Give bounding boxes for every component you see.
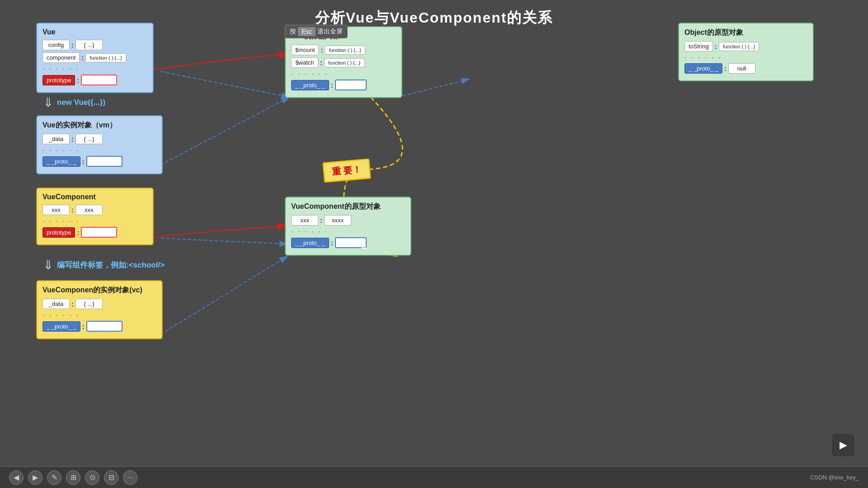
vue-component-box: VueComponent xxx : xxx · · · · · · proto… (36, 188, 154, 245)
vc-proto-obj-box: VueComponent的原型对象 xxx : xxxx · · · · · ·… (285, 197, 411, 256)
bottom-bar: ◀ ▶ ✎ ⊞ ⊙ ⊟ ··· CSDN @low_key_ (0, 466, 868, 488)
vue-instance-proto-row: _ _proto_ _ : (42, 156, 156, 167)
zoom-button[interactable]: ⊙ (85, 470, 99, 485)
vpo-proto-row: _ _proto_ _ : (291, 80, 396, 90)
vc-dots: · · · · · · (42, 217, 147, 225)
obj-proto-null: null (728, 63, 755, 74)
vc-instance-proto-value (86, 321, 123, 332)
obj-tostring-key: toString (684, 41, 713, 52)
more-button[interactable]: ··· (123, 470, 137, 485)
vc-instance-proto-row: _ _proto_ _ : (42, 321, 156, 332)
play-button-corner[interactable]: ▶ (832, 434, 854, 456)
vue-component-key: component (42, 52, 80, 63)
vcpo-proto-key: _ _proto_ _ (291, 238, 329, 248)
prev-button[interactable]: ◀ (9, 470, 24, 485)
vcpo-xxx-key: xxx (291, 215, 318, 225)
vc-instance-box: VueComponen的实例对象(vc) _data : { ...} · · … (36, 280, 163, 339)
obj-tostring-value: function ( ) {...} (719, 42, 760, 51)
vue-component-title: VueComponent (42, 193, 147, 201)
vc-prototype-value (81, 227, 117, 238)
vc-prototype-key: prototype (42, 227, 75, 238)
vpo-watch-row: $watch : function ( ) {...} (291, 57, 396, 68)
vpo-watch-key: $watch (291, 57, 318, 68)
mouse-cursor (362, 239, 367, 249)
write-component-label: ⇓ 编写组件标签，例如:<school/> (43, 258, 165, 272)
vcpo-xxx-value: xxxx (324, 215, 351, 225)
vc-instance-title: VueComponen的实例对象(vc) (42, 286, 156, 295)
vue-dots: · · · · · · (42, 65, 147, 73)
vpo-proto-key: _ _proto_ _ (291, 80, 329, 90)
vue-box: Vue config : { ...} component : function… (36, 23, 154, 93)
vue-instance-dots: · · · · · · (42, 146, 156, 155)
esc-bar: 按 Esc 退出全屏 (285, 25, 348, 38)
vue-config-value: { ...} (75, 40, 103, 50)
vpo-mount-value: function ( ) {...} (325, 46, 365, 55)
vc-xxx-value: xxx (75, 205, 103, 215)
vc-instance-data-row: _data : { ...} (42, 299, 156, 309)
svg-line-5 (160, 97, 289, 165)
vc-instance-data-value: { ...} (75, 299, 103, 309)
esc-prefix: 按 (290, 28, 296, 36)
vc-row-xxx: xxx : xxx (42, 205, 147, 215)
new-vue-label: ⇓ new Vue({...}) (43, 95, 105, 110)
vc-instance-proto-key: _ _proto_ _ (42, 321, 80, 332)
esc-key: Esc (298, 27, 316, 36)
minus-button[interactable]: ⊟ (104, 470, 118, 485)
vue-prototype-key: prototype (42, 75, 75, 85)
vpo-dots: · · · · · · (291, 70, 396, 78)
new-vue-text: new Vue({...}) (57, 98, 105, 107)
vue-row-component: component : function ( ) {...} (42, 52, 147, 63)
vpo-watch-value: function ( ) {...} (324, 58, 365, 67)
important-badge: 重 要！ (322, 159, 371, 183)
vue-instance-proto-key: _ _proto_ _ (42, 156, 80, 167)
svg-line-3 (160, 71, 289, 97)
obj-tostring-row: toString : function ( ) {...} (684, 41, 807, 52)
esc-exit-label: 退出全屏 (317, 28, 343, 36)
vc-prototype-row: prototype : (42, 227, 147, 238)
vue-instance-proto-value (86, 156, 123, 167)
vue-instance-data-row: _data : { ...} (42, 134, 156, 144)
vc-proto-obj-title: VueComponent的原型对象 (291, 202, 405, 211)
vue-component-value: function ( ) {...} (85, 53, 126, 62)
vcpo-dots: · · · · · · (291, 228, 405, 236)
vc-instance-data-key: _data (42, 299, 70, 309)
edit-button[interactable]: ✎ (47, 470, 61, 485)
bottom-credit: CSDN @low_key_ (810, 474, 859, 481)
vpo-mount-key: $mount (291, 45, 319, 55)
write-component-text: 编写组件标签，例如:<school/> (57, 260, 165, 270)
vpo-mount-row: $mount : function ( ) {...} (291, 45, 396, 55)
next-button[interactable]: ▶ (28, 470, 42, 485)
svg-line-7 (397, 79, 469, 97)
vue-config-key: config (42, 40, 70, 50)
vue-instance-title: Vue的实例对象（vm） (42, 121, 156, 130)
vue-prototype-value (81, 75, 117, 85)
obj-proto-row: _ _proto_ _ : null (684, 63, 807, 74)
vcpo-proto-row: _ _proto_ _ : (291, 237, 405, 248)
down-arrow-icon: ⇓ (43, 95, 53, 110)
svg-line-4 (160, 238, 288, 244)
vue-instance-data-value: { ...} (75, 134, 103, 144)
bottom-controls: ◀ ▶ ✎ ⊞ ⊙ ⊟ ··· (9, 470, 137, 485)
obj-dots: · · · · · · (684, 54, 807, 62)
svg-line-6 (160, 256, 288, 334)
vpo-proto-value (335, 80, 367, 90)
vc-xxx-key: xxx (42, 205, 70, 215)
vue-instance-data-key: _data (42, 134, 70, 144)
vcpo-xxx-row: xxx : xxxx (291, 215, 405, 225)
vue-row-config: config : { ...} (42, 40, 147, 50)
grid-button[interactable]: ⊞ (66, 470, 80, 485)
object-proto-box: Object的原型对象 toString : function ( ) {...… (678, 23, 814, 81)
vue-instance-box: Vue的实例对象（vm） _data : { ...} · · · · · · … (36, 115, 163, 174)
vc-instance-dots: · · · · · · (42, 311, 156, 319)
obj-proto-key: _ _proto_ _ (684, 63, 722, 74)
object-proto-title: Object的原型对象 (684, 28, 807, 38)
vue-row-prototype: prototype : (42, 75, 147, 85)
down-arrow2-icon: ⇓ (43, 258, 53, 272)
vue-box-title: Vue (42, 28, 147, 36)
